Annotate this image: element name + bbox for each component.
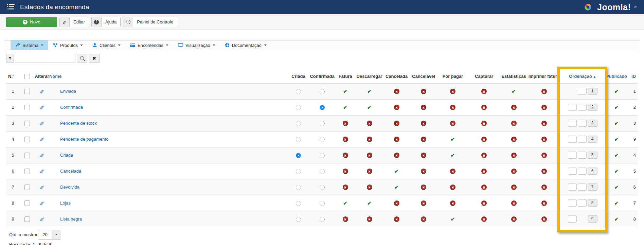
por-pagar-status-icon[interactable] — [450, 105, 455, 110]
criada-radio[interactable] — [296, 121, 301, 126]
descarregar-status-icon[interactable] — [367, 88, 372, 94]
criada-radio[interactable] — [296, 201, 301, 206]
imprimir-fatura-status-icon[interactable] — [541, 137, 547, 142]
capturar-status-icon[interactable] — [481, 105, 487, 110]
confirmada-radio[interactable] — [320, 121, 325, 126]
status-name-link[interactable]: Devolvida — [60, 185, 79, 190]
publicado-status-icon[interactable] — [614, 120, 619, 126]
criada-radio[interactable] — [296, 153, 301, 158]
menu-item-encomendas[interactable]: Encomendas — [125, 40, 173, 50]
cancelada-status-icon[interactable] — [394, 137, 399, 142]
edit-button[interactable]: Editar — [59, 17, 89, 27]
order-up-button[interactable] — [568, 136, 577, 143]
imprimir-fatura-status-icon[interactable] — [541, 200, 547, 206]
status-name-link[interactable]: Pendente de pagamento — [60, 137, 108, 142]
order-down-button[interactable] — [578, 168, 587, 175]
order-down-button[interactable] — [578, 88, 587, 95]
col-header-id[interactable]: ID — [628, 69, 638, 83]
por-pagar-status-icon[interactable] — [451, 136, 455, 142]
criada-radio[interactable] — [296, 137, 301, 142]
control-panel-button[interactable]: Painel de Controlo — [123, 17, 177, 27]
estatisticas-status-icon[interactable] — [511, 137, 517, 142]
capturar-status-icon[interactable] — [481, 200, 487, 206]
status-name-link[interactable]: Lista negra — [60, 216, 82, 222]
capturar-status-icon[interactable] — [481, 137, 487, 142]
status-name-link[interactable]: Confirmada — [60, 105, 83, 110]
criada-radio[interactable] — [296, 217, 301, 222]
publicado-status-icon[interactable] — [614, 184, 619, 190]
imprimir-fatura-status-icon[interactable] — [541, 185, 547, 190]
status-name-link[interactable]: Pendente de stock — [60, 121, 97, 126]
edit-pencil-icon[interactable] — [39, 152, 44, 159]
cancelada-status-icon[interactable] — [394, 184, 399, 190]
por-pagar-status-icon[interactable] — [451, 216, 455, 222]
estatisticas-status-icon[interactable] — [511, 169, 517, 174]
col-header-ordenacao[interactable]: Ordenação▲ — [560, 69, 605, 83]
fatura-status-icon[interactable] — [343, 216, 348, 222]
order-down-button[interactable] — [578, 104, 587, 111]
cancelavel-status-icon[interactable] — [421, 137, 426, 142]
status-name-link[interactable]: Cancelada — [60, 169, 81, 174]
cancelada-status-icon[interactable] — [394, 168, 399, 174]
order-up-button[interactable] — [568, 183, 577, 191]
order-up-button[interactable] — [568, 152, 577, 159]
status-name-link[interactable]: Criada — [60, 153, 73, 158]
confirmada-radio[interactable] — [320, 137, 325, 142]
cancelada-status-icon[interactable] — [394, 105, 399, 110]
row-checkbox[interactable] — [24, 185, 30, 190]
search-button[interactable] — [77, 54, 87, 63]
row-checkbox[interactable] — [24, 105, 30, 110]
estatisticas-status-icon[interactable] — [512, 88, 516, 94]
descarregar-status-icon[interactable] — [367, 200, 372, 206]
criada-radio[interactable] — [296, 185, 301, 190]
confirmada-radio[interactable] — [320, 201, 325, 206]
estatisticas-status-icon[interactable] — [511, 200, 517, 206]
menu-item-documentacao[interactable]: Documentação — [220, 40, 271, 50]
fatura-status-icon[interactable] — [343, 88, 347, 94]
edit-pencil-icon[interactable] — [39, 183, 44, 191]
criada-radio[interactable] — [296, 169, 301, 174]
capturar-status-icon[interactable] — [481, 121, 487, 126]
menu-item-clientes[interactable]: Clientes — [88, 40, 125, 50]
order-up-button[interactable] — [568, 199, 577, 207]
menu-item-visualizacao[interactable]: Visualização — [173, 40, 220, 50]
cancelavel-status-icon[interactable] — [421, 89, 426, 94]
cancelavel-status-icon[interactable] — [421, 153, 426, 158]
imprimir-fatura-status-icon[interactable] — [541, 121, 547, 126]
row-checkbox[interactable] — [24, 89, 30, 94]
imprimir-fatura-status-icon[interactable] — [541, 169, 547, 174]
row-checkbox[interactable] — [24, 216, 30, 222]
edit-pencil-icon[interactable] — [39, 168, 44, 175]
fatura-status-icon[interactable] — [343, 169, 348, 174]
filter-options-button[interactable] — [6, 54, 14, 63]
search-input[interactable] — [15, 54, 75, 63]
order-down-button[interactable] — [578, 120, 587, 127]
por-pagar-status-icon[interactable] — [451, 152, 455, 158]
order-up-button[interactable] — [568, 120, 577, 127]
order-down-button[interactable] — [578, 152, 587, 159]
fatura-status-icon[interactable] — [343, 104, 347, 110]
cancelada-status-icon[interactable] — [394, 200, 399, 206]
edit-pencil-icon[interactable] — [39, 215, 44, 223]
publicado-status-icon[interactable] — [614, 216, 619, 222]
publicado-status-icon[interactable] — [614, 168, 619, 174]
capturar-status-icon[interactable] — [481, 153, 487, 158]
por-pagar-status-icon[interactable] — [450, 169, 455, 174]
estatisticas-status-icon[interactable] — [511, 105, 517, 110]
capturar-status-icon[interactable] — [481, 169, 487, 174]
estatisticas-status-icon[interactable] — [511, 185, 517, 190]
descarregar-status-icon[interactable] — [367, 216, 372, 222]
publicado-status-icon[interactable] — [614, 88, 619, 94]
help-button[interactable]: Ajuda — [91, 17, 121, 27]
order-down-button[interactable] — [578, 183, 587, 191]
fatura-status-icon[interactable] — [343, 185, 348, 190]
limit-select[interactable]: 20 — [38, 230, 61, 240]
capturar-status-icon[interactable] — [481, 216, 487, 222]
imprimir-fatura-status-icon[interactable] — [541, 89, 547, 94]
imprimir-fatura-status-icon[interactable] — [541, 153, 547, 158]
capturar-status-icon[interactable] — [481, 185, 487, 190]
publicado-status-icon[interactable] — [614, 136, 619, 142]
col-header-publicado[interactable]: Publicado — [605, 69, 628, 83]
new-button[interactable]: Novo — [6, 17, 57, 27]
publicado-status-icon[interactable] — [614, 152, 619, 158]
